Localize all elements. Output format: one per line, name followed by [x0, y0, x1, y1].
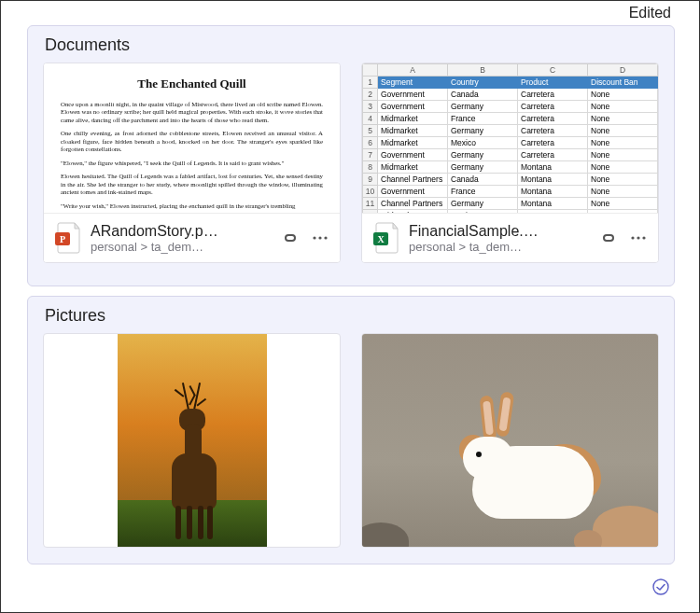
documents-section: Documents The Enchanted Quill Once upon …	[27, 25, 675, 286]
story-paragraph: One chilly evening, as frost adorned the…	[61, 130, 323, 153]
document-card[interactable]: ABCD1SegmentCountryProductDiscount Ban2G…	[361, 63, 659, 263]
document-preview: The Enchanted Quill Once upon a moonlit …	[44, 63, 340, 213]
status-check-icon	[652, 578, 669, 599]
more-options-button[interactable]	[628, 228, 649, 248]
svg-point-4	[324, 236, 327, 239]
document-filename: ARandomStory.p…	[91, 223, 271, 240]
svg-text:P: P	[60, 234, 65, 244]
story-paragraph: Elowen hesitated. The Quill of Legends w…	[61, 173, 323, 196]
document-preview: ABCD1SegmentCountryProductDiscount Ban2G…	[362, 63, 658, 213]
pictures-section-title: Pictures	[45, 306, 659, 326]
document-filename: FinancialSample.…	[409, 223, 589, 240]
powerpoint-file-icon: P	[53, 221, 81, 255]
picture-card[interactable]	[43, 333, 341, 548]
deer-image	[118, 334, 267, 548]
story-paragraph: "Elowen," the figure whispered, "I seek …	[61, 160, 323, 167]
picture-card[interactable]	[361, 333, 659, 548]
story-paragraph: Once upon a moonlit night, in the quaint…	[61, 101, 323, 124]
story-title: The Enchanted Quill	[61, 77, 323, 91]
svg-text:X: X	[377, 234, 385, 244]
rabbit-image	[362, 334, 658, 547]
copy-link-button[interactable]	[598, 228, 619, 248]
document-path: personal > ta_dem…	[409, 240, 589, 254]
svg-point-3	[318, 236, 321, 239]
svg-point-9	[642, 236, 645, 239]
edited-label: Edited	[629, 5, 671, 21]
pictures-section: Pictures	[27, 296, 675, 564]
story-paragraph: "Write your wish," Elowen instructed, pl…	[61, 202, 323, 210]
copy-link-button[interactable]	[280, 228, 301, 248]
more-options-button[interactable]	[310, 228, 330, 248]
documents-section-title: Documents	[45, 35, 659, 55]
svg-point-7	[631, 236, 634, 239]
svg-point-10	[653, 579, 668, 594]
document-card[interactable]: The Enchanted Quill Once upon a moonlit …	[43, 63, 341, 263]
svg-point-2	[313, 236, 315, 239]
excel-file-icon: X	[371, 221, 399, 255]
document-path: personal > ta_dem…	[91, 240, 271, 254]
svg-point-8	[637, 236, 639, 239]
